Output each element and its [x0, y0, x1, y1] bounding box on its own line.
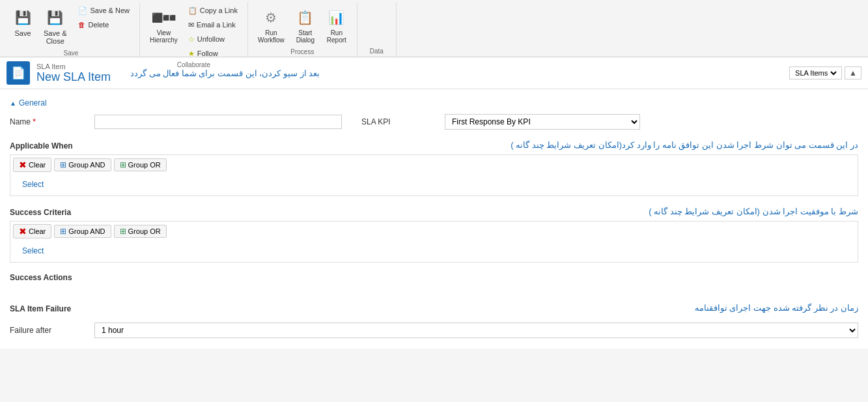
applicable-clear-button[interactable]: ✖ Clear — [13, 158, 51, 172]
start-dialog-button[interactable]: 📋 Start Dialog — [290, 4, 320, 47]
applicable-clear-icon: ✖ — [19, 160, 27, 170]
name-input[interactable] — [94, 115, 342, 129]
applicable-when-container: Applicable When در این قسمت می توان شرط … — [10, 140, 858, 151]
applicable-when-label: Applicable When — [10, 140, 94, 151]
follow-icon: ★ — [188, 50, 195, 58]
name-row: Name * SLA KPI First Response By KPI — [10, 110, 858, 134]
page-header: 📄 SLA Item New SLA Item بعد از سیو کردن،… — [0, 57, 868, 89]
success-criteria-text: شرط با موفقیت اجرا شدن (امکان تعریف شرای… — [101, 207, 858, 216]
save-icon: 💾 — [12, 7, 33, 28]
save-close-button[interactable]: 💾 Save & Close — [39, 4, 71, 48]
applicable-select-row: Select — [13, 176, 855, 193]
applicable-when-box: ✖ Clear ⊞ Group AND ⊞ Group OR Select — [10, 154, 858, 196]
page-title-area: SLA Item New SLA Item — [36, 63, 111, 84]
applicable-select-link[interactable]: Select — [18, 179, 48, 190]
applicable-group-and-button[interactable]: ⊞ Group AND — [54, 158, 111, 171]
email-link-icon: ✉ — [188, 21, 194, 29]
success-criteria-box: ✖ Clear ⊞ Group AND ⊞ Group OR Select — [10, 221, 858, 263]
success-actions-container: Success Actions — [10, 273, 858, 282]
follow-button[interactable]: ★ Follow — [184, 47, 242, 60]
applicable-when-text: در این قسمت می توان شرط اجرا شدن این توا… — [101, 140, 858, 150]
general-section-header[interactable]: General — [10, 96, 858, 110]
success-clear-icon: ✖ — [19, 226, 27, 237]
applicable-group-or-button[interactable]: ⊞ Group OR — [114, 158, 167, 171]
view-hierarchy-icon: ⬛⬛⬛ — [153, 7, 174, 28]
run-report-icon: 📊 — [326, 7, 347, 28]
save-new-button[interactable]: 📄 Save & New — [74, 4, 134, 17]
ribbon-group-save: 💾 Save 💾 Save & Close 📄 Save & New 🗑 Del… — [3, 3, 140, 57]
copy-link-button[interactable]: 📋 Copy a Link — [184, 4, 242, 17]
run-workflow-icon: ⚙ — [260, 7, 281, 28]
success-criteria-label: Success Criteria — [10, 207, 94, 217]
ribbon-group-data: Data — [357, 3, 397, 57]
success-select-row: Select — [13, 242, 855, 259]
run-report-button[interactable]: 📊 Run Report — [322, 4, 352, 47]
copy-link-icon: 📋 — [188, 7, 197, 15]
form-area: General Name * SLA KPI First Response By… — [0, 89, 868, 349]
items-select[interactable]: SLA Items — [792, 68, 839, 78]
unfollow-button[interactable]: ☆ Unfollow — [184, 33, 242, 46]
success-clear-button[interactable]: ✖ Clear — [13, 224, 51, 238]
run-workflow-button[interactable]: ⚙ Run Workflow — [253, 4, 289, 47]
sla-item-failure-label: SLA Item Failure — [10, 303, 94, 313]
success-group-or-button[interactable]: ⊞ Group OR — [114, 225, 167, 238]
save-group-label: Save — [64, 48, 79, 59]
success-group-and-button[interactable]: ⊞ Group AND — [54, 225, 111, 238]
email-link-button[interactable]: ✉ Email a Link — [184, 18, 242, 31]
success-select-link[interactable]: Select — [18, 245, 48, 257]
data-group-label: Data — [370, 46, 384, 57]
name-label: Name * — [10, 117, 88, 126]
success-group-or-icon: ⊞ — [120, 227, 126, 236]
save-close-icon: 💾 — [45, 7, 66, 28]
success-group-and-icon: ⊞ — [60, 227, 66, 236]
failure-after-select[interactable]: 1 hour 2 hours 4 hours 8 hours 1 day — [94, 323, 858, 338]
page-subtitle: SLA Item — [36, 63, 111, 70]
ribbon-group-process: ⚙ Run Workflow 📋 Start Dialog 📊 Run Repo… — [248, 3, 357, 57]
ribbon: 💾 Save 💾 Save & Close 📄 Save & New 🗑 Del… — [0, 0, 868, 57]
page-title: New SLA Item — [36, 70, 111, 84]
failure-after-row: Failure after 1 hour 2 hours 4 hours 8 h… — [10, 319, 858, 342]
delete-button[interactable]: 🗑 Delete — [74, 18, 134, 31]
success-criteria-toolbar: ✖ Clear ⊞ Group AND ⊞ Group OR — [13, 224, 855, 238]
nav-up-button[interactable]: ▲ — [845, 66, 861, 79]
start-dialog-icon: 📋 — [295, 7, 316, 28]
success-criteria-container: Success Criteria شرط با موفقیت اجرا شدن … — [10, 207, 858, 217]
delete-icon: 🗑 — [78, 21, 85, 29]
save-new-icon: 📄 — [78, 7, 87, 15]
items-nav: SLA Items ▲ — [789, 66, 861, 79]
success-actions-label: Success Actions — [10, 273, 94, 282]
sla-kpi-field: SLA KPI First Response By KPI — [361, 114, 640, 130]
save-button[interactable]: 💾 Save — [8, 4, 38, 48]
view-hierarchy-button[interactable]: ⬛⬛⬛ View Hierarchy — [145, 4, 182, 47]
failure-after-label: Failure after — [10, 326, 88, 335]
page-info-text: بعد از سیو کردن، این قسمت برای شما فعال … — [130, 68, 320, 78]
process-group-label: Process — [290, 47, 314, 57]
unfollow-icon: ☆ — [188, 35, 195, 44]
sla-item-failure-container: SLA Item Failure زمان در نظر گرفته شده ج… — [10, 303, 858, 313]
sla-kpi-label: SLA KPI — [361, 117, 440, 126]
sla-item-failure-text: زمان در نظر گرفته شده جهت اجرای توافقنام… — [101, 303, 858, 313]
items-dropdown[interactable]: SLA Items — [789, 66, 842, 79]
sla-kpi-select[interactable]: First Response By KPI — [445, 114, 640, 130]
applicable-when-toolbar: ✖ Clear ⊞ Group AND ⊞ Group OR — [13, 158, 855, 172]
page-icon: 📄 — [7, 61, 30, 85]
applicable-group-and-icon: ⊞ — [60, 160, 66, 169]
applicable-group-or-icon: ⊞ — [120, 160, 126, 169]
ribbon-group-collaborate: ⬛⬛⬛ View Hierarchy 📋 Copy a Link ✉ Email… — [140, 3, 248, 57]
